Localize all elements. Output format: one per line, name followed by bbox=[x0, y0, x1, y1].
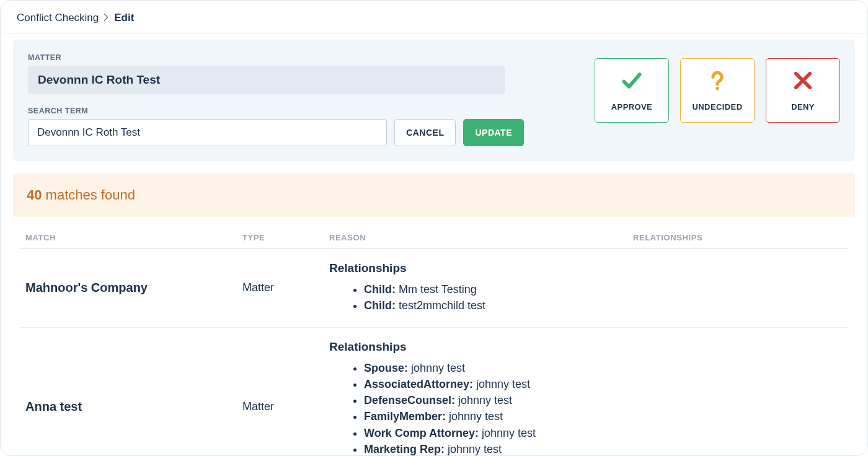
svg-point-0 bbox=[715, 86, 719, 90]
undecided-tile[interactable]: UNDECIDED bbox=[680, 58, 755, 123]
col-match: MATCH bbox=[25, 233, 242, 242]
conflict-checking-panel: Conflict Checking Edit MATTER Devonnn IC… bbox=[0, 0, 868, 456]
update-button[interactable]: UPDATE bbox=[463, 119, 524, 146]
relationship-label: DefenseCounsel: bbox=[364, 394, 455, 406]
results-header-row: MATCH TYPE REASON RELATIONSHIPS bbox=[19, 233, 849, 249]
search-term-label: SEARCH TERM bbox=[28, 107, 524, 115]
breadcrumb: Conflict Checking Edit bbox=[1, 1, 867, 33]
list-item: Spouse: johnny test bbox=[364, 360, 838, 376]
approve-label: APPROVE bbox=[611, 102, 652, 112]
breadcrumb-current: Edit bbox=[114, 12, 134, 24]
list-item: Work Comp Attorney: johnny test bbox=[364, 425, 838, 441]
results-body: Mahnoor's CompanyMatterRelationshipsChil… bbox=[19, 249, 849, 456]
relationship-label: Child: bbox=[364, 283, 396, 296]
relationship-value: johnny test bbox=[445, 443, 502, 455]
relationship-value: Mm test Testing bbox=[396, 283, 477, 296]
relationship-value: johnny test bbox=[455, 394, 512, 406]
relationship-value: johnny test bbox=[479, 427, 536, 439]
search-card-left: MATTER Devonnn IC Roth Test SEARCH TERM … bbox=[28, 53, 524, 146]
approve-tile[interactable]: APPROVE bbox=[595, 58, 669, 123]
relationship-list: Spouse: johnny testAssociatedAttorney: j… bbox=[329, 360, 838, 456]
list-item: AssociatedAttorney: johnny test bbox=[364, 376, 838, 392]
matches-count: 40 bbox=[27, 187, 42, 203]
matches-suffix: matches found bbox=[46, 187, 135, 203]
x-icon bbox=[792, 70, 813, 94]
relationship-value: johnny test bbox=[408, 362, 465, 374]
relationship-label: Spouse: bbox=[364, 362, 408, 374]
match-type: Matter bbox=[242, 281, 329, 294]
list-item: DefenseCounsel: johnny test bbox=[364, 392, 838, 408]
relationship-value: johnny test bbox=[446, 410, 503, 423]
col-type: TYPE bbox=[242, 233, 329, 242]
matches-found-banner: 40 matches found bbox=[13, 173, 855, 217]
relationship-list: Child: Mm test TestingChild: test2mmchil… bbox=[329, 281, 838, 314]
table-row: Mahnoor's CompanyMatterRelationshipsChil… bbox=[19, 249, 849, 328]
relationship-label: Work Comp Attorney: bbox=[364, 427, 479, 439]
deny-tile[interactable]: DENY bbox=[766, 58, 840, 123]
reason-cell: RelationshipsSpouse: johnny testAssociat… bbox=[329, 340, 838, 456]
results-table: MATCH TYPE REASON RELATIONSHIPS Mahnoor'… bbox=[19, 233, 849, 456]
matter-readonly-field: Devonnn IC Roth Test bbox=[28, 66, 505, 94]
search-term-input[interactable] bbox=[28, 119, 387, 146]
relationship-label: FamilyMember: bbox=[364, 410, 446, 423]
chevron-right-icon bbox=[104, 12, 109, 24]
breadcrumb-root[interactable]: Conflict Checking bbox=[17, 12, 99, 24]
relationship-value: johnny test bbox=[473, 378, 530, 390]
deny-label: DENY bbox=[791, 102, 815, 112]
reason-title: Relationships bbox=[329, 261, 838, 275]
cancel-button[interactable]: CANCEL bbox=[394, 119, 456, 146]
table-row: Anna testMatterRelationshipsSpouse: john… bbox=[19, 328, 849, 456]
match-name[interactable]: Mahnoor's Company bbox=[25, 281, 242, 295]
relationship-label: AssociatedAttorney: bbox=[364, 378, 473, 390]
search-row: CANCEL UPDATE bbox=[28, 119, 524, 146]
reason-cell: RelationshipsChild: Mm test TestingChild… bbox=[329, 261, 838, 314]
list-item: Child: Mm test Testing bbox=[364, 281, 838, 297]
decision-tiles: APPROVE UNDECIDED DENY bbox=[595, 58, 840, 123]
relationship-label: Child: bbox=[364, 299, 396, 312]
match-name[interactable]: Anna test bbox=[25, 400, 242, 414]
undecided-label: UNDECIDED bbox=[693, 102, 743, 112]
relationship-label: Marketing Rep: bbox=[364, 443, 445, 455]
relationship-value: test2mmchild test bbox=[396, 299, 485, 312]
reason-title: Relationships bbox=[329, 340, 838, 354]
question-icon bbox=[707, 70, 728, 94]
list-item: FamilyMember: johnny test bbox=[364, 408, 838, 424]
col-reason: REASON bbox=[329, 233, 633, 242]
search-card: MATTER Devonnn IC Roth Test SEARCH TERM … bbox=[13, 40, 855, 161]
col-relationships: RELATIONSHIPS bbox=[633, 233, 843, 242]
list-item: Marketing Rep: johnny test bbox=[364, 441, 838, 456]
check-icon bbox=[621, 70, 642, 94]
matter-label: MATTER bbox=[28, 53, 524, 62]
match-type: Matter bbox=[242, 400, 329, 413]
list-item: Child: test2mmchild test bbox=[364, 297, 838, 314]
